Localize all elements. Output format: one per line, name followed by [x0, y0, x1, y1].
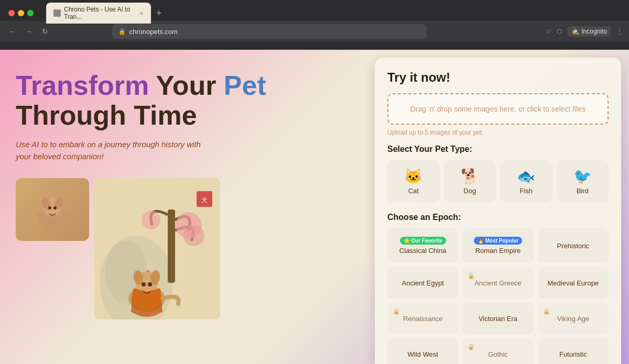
incognito-icon: 🕵 — [571, 28, 579, 35]
epoch-label: Victorian Era — [479, 315, 517, 323]
address-bar: ← → ↻ 🔒 chronopets.com ☆ ⬡ 🕵 Incognito ⋮ — [0, 21, 629, 42]
menu-icon[interactable]: ⋮ — [616, 28, 623, 35]
pet-painting-image: 犬 — [94, 178, 220, 319]
panel-title: Try it now! — [387, 70, 609, 85]
url-bar[interactable]: 🔒 chronopets.com — [112, 24, 427, 39]
epoch-label: Futuristic — [559, 350, 587, 358]
svg-point-4 — [48, 206, 51, 209]
epochs-grid: ⭐ Our FavoriteClassical China🔥 Most Popu… — [387, 228, 609, 364]
hero-pet-word: Pet — [224, 70, 266, 101]
pet-type-dog[interactable]: 🐕 Dog — [444, 160, 496, 202]
svg-point-18 — [142, 282, 146, 286]
epoch-label: Roman Empire — [475, 247, 521, 255]
left-panel: Transform Your Pet Through Time Use AI t… — [0, 50, 375, 364]
painting-svg: 犬 — [94, 178, 220, 319]
epoch-label: Gothic — [488, 350, 508, 358]
hero-title: Transform Your Pet Through Time — [16, 71, 359, 130]
pet-types-grid: 🐱 Cat 🐕 Dog 🐟 Fish 🐦 Bird — [387, 160, 609, 202]
hero-time-word: Time — [126, 100, 197, 130]
hero-subtitle: Use AI to to embark on a journey through… — [16, 139, 215, 162]
new-tab-button[interactable]: + — [153, 7, 165, 20]
epoch-card-ancient-egypt[interactable]: Ancient Egypt — [387, 267, 458, 299]
svg-rect-10 — [168, 209, 175, 283]
upload-text: Drag 'n' drop some images here, or click… — [410, 105, 585, 113]
pet-section-title: Select Your Pet Type: — [387, 145, 609, 154]
incognito-button[interactable]: 🕵 Incognito — [567, 26, 611, 37]
dog-svg — [31, 189, 73, 230]
tab-title: Chrono Pets - Use AI to Tran... — [64, 6, 134, 20]
fish-icon: 🐟 — [505, 168, 547, 185]
browser-chrome: Chrono Pets - Use AI to Tran... ✕ + ← → … — [0, 0, 629, 50]
hero-transform-word: Transform — [16, 70, 149, 101]
epoch-badge-popular: 🔥 Most Popular — [474, 237, 522, 245]
epoch-label: Renaissance — [403, 315, 442, 323]
epoch-label: Ancient Greece — [474, 279, 522, 287]
active-tab[interactable]: Chrono Pets - Use AI to Tran... ✕ — [46, 3, 151, 24]
pet-type-bird[interactable]: 🐦 Bird — [557, 160, 609, 202]
forward-button[interactable]: → — [23, 26, 35, 37]
pet-dog-image — [16, 178, 89, 241]
epoch-label: Ancient Egypt — [402, 279, 444, 287]
epoch-card-futuristic[interactable]: Futuristic — [538, 338, 609, 364]
svg-point-19 — [148, 282, 152, 286]
page-content: Transform Your Pet Through Time Use AI t… — [0, 50, 629, 364]
svg-point-6 — [49, 209, 56, 214]
back-button[interactable]: ← — [6, 26, 18, 37]
svg-text:犬: 犬 — [201, 196, 208, 204]
lock-icon: 🔒 — [118, 28, 126, 35]
upload-hint: Upload up to 5 images of your pet — [387, 129, 609, 136]
lock-icon: 🔒 — [393, 308, 400, 315]
epoch-card-prehistoric[interactable]: Prehistoric — [538, 228, 609, 263]
hero-your-word: Your — [149, 70, 224, 101]
epoch-label: Classical China — [399, 247, 447, 255]
cat-label: Cat — [393, 187, 435, 195]
lock-icon: 🔒 — [543, 308, 550, 315]
hero-through-word: Through — [16, 100, 126, 130]
epoch-card-viking-age[interactable]: 🔒Viking Age — [538, 303, 609, 334]
pet-type-fish[interactable]: 🐟 Fish — [500, 160, 552, 202]
epoch-card-renaissance[interactable]: 🔒Renaissance — [387, 303, 458, 334]
bird-icon: 🐦 — [562, 168, 604, 185]
epoch-label: Viking Age — [557, 315, 589, 323]
pet-main-painting: 犬 — [94, 178, 220, 319]
right-panel: Try it now! Drag 'n' drop some images he… — [375, 58, 621, 364]
epoch-card-medieval-europe[interactable]: Medieval Europe — [538, 267, 609, 299]
url-text: chronopets.com — [129, 28, 178, 36]
tab-close-icon[interactable]: ✕ — [139, 10, 144, 16]
epoch-label: Wild West — [408, 350, 438, 358]
svg-point-20 — [143, 286, 150, 292]
minimize-window-button[interactable] — [18, 10, 24, 16]
svg-point-5 — [53, 206, 57, 209]
extensions-icon[interactable]: ⬡ — [557, 28, 562, 35]
pet-images: 犬 — [16, 178, 359, 319]
dog-icon: 🐕 — [449, 168, 491, 185]
epoch-card-classical-china[interactable]: ⭐ Our FavoriteClassical China — [387, 228, 458, 263]
epoch-card-gothic[interactable]: 🔒Gothic — [462, 338, 533, 364]
epoch-label: Medieval Europe — [548, 279, 599, 287]
address-bar-right: ☆ ⬡ 🕵 Incognito ⋮ — [546, 26, 623, 37]
epoch-badge-favorite: ⭐ Our Favorite — [400, 237, 446, 245]
cat-icon: 🐱 — [393, 168, 435, 185]
epoch-card-roman-empire[interactable]: 🔥 Most PopularRoman Empire — [462, 228, 533, 263]
tab-favicon — [53, 9, 61, 17]
epoch-section-title: Choose an Epoch: — [387, 213, 609, 222]
lock-icon: 🔒 — [468, 272, 475, 279]
upload-area[interactable]: Drag 'n' drop some images here, or click… — [387, 93, 609, 125]
pet-type-cat[interactable]: 🐱 Cat — [387, 160, 440, 202]
epoch-card-victorian-era[interactable]: Victorian Era — [462, 303, 533, 334]
bookmark-icon[interactable]: ☆ — [546, 28, 551, 35]
epoch-card-wild-west[interactable]: Wild West — [387, 338, 458, 364]
epoch-card-ancient-greece[interactable]: 🔒Ancient Greece — [462, 267, 533, 299]
fish-label: Fish — [505, 187, 547, 195]
lock-icon: 🔒 — [468, 344, 475, 350]
pet-thumbnail — [16, 178, 89, 241]
reload-button[interactable]: ↻ — [40, 26, 50, 37]
incognito-label: Incognito — [581, 28, 607, 35]
close-window-button[interactable] — [8, 10, 15, 16]
bird-label: Bird — [562, 187, 604, 195]
traffic-lights — [8, 10, 34, 16]
tab-bar: Chrono Pets - Use AI to Tran... ✕ + — [46, 3, 621, 24]
title-bar: Chrono Pets - Use AI to Tran... ✕ + — [0, 0, 629, 21]
dog-label: Dog — [449, 187, 491, 195]
maximize-window-button[interactable] — [27, 10, 34, 16]
